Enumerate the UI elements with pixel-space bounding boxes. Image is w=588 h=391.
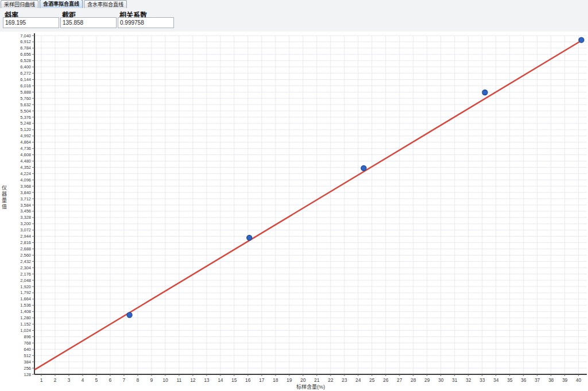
x-tick-label: 17	[259, 377, 265, 383]
tab-sampling-regression-curve[interactable]: 采样回归曲线	[1, 0, 38, 8]
y-tick-label: 1,408	[20, 309, 31, 314]
y-tick-label: 3,840	[20, 190, 31, 195]
x-tick-label: 21	[314, 377, 320, 383]
x-tick-label: 39	[562, 377, 568, 383]
y-tick-label: 1,152	[20, 322, 31, 327]
tab-water-content-fit-line[interactable]: 含水率拟合直线	[84, 0, 127, 8]
y-tick-label: 6,656	[20, 52, 31, 57]
y-tick-label: 2,688	[20, 246, 31, 251]
x-tick-label: 37	[535, 377, 540, 383]
correlation-field[interactable]	[118, 17, 174, 28]
y-tick-label: 1,792	[20, 290, 31, 295]
data-point[interactable]	[127, 312, 132, 318]
x-tick-label: 38	[548, 377, 554, 383]
y-tick-label: 1,536	[20, 303, 31, 308]
slope-field[interactable]	[3, 17, 59, 28]
y-tick-label: 3,072	[20, 227, 31, 233]
y-tick-label: 256	[24, 366, 31, 371]
x-tick-label: 25	[369, 377, 375, 383]
x-tick-label: 2	[54, 377, 57, 383]
y-tick-label: 6,528	[20, 58, 31, 63]
y-tick-label: 5,504	[20, 109, 31, 114]
y-tick-label: 3,456	[20, 208, 31, 214]
y-tick-label: 5,760	[20, 96, 31, 101]
x-tick-label: 13	[204, 377, 210, 383]
y-tick-label: 4,224	[20, 171, 31, 176]
x-axis-title: 标样含量(%)	[34, 383, 587, 390]
y-tick-label: 4,608	[20, 152, 31, 157]
y-tick-label: 1,024	[20, 328, 31, 333]
y-tick-label: 512	[24, 353, 31, 358]
y-tick-label: 4,736	[20, 146, 31, 151]
x-tick-label: 40	[576, 377, 582, 383]
x-tick-label: 8	[137, 377, 140, 383]
y-tick-label: 7,040	[20, 33, 31, 38]
y-tick-label: 3,328	[20, 215, 31, 220]
y-tick-label: 1,664	[20, 296, 31, 301]
x-tick-label: 7	[123, 377, 126, 383]
y-tick-label: 2,432	[20, 259, 31, 264]
x-tick-label: 6	[109, 377, 112, 383]
y-tick-label: 4,864	[20, 140, 31, 145]
y-tick-label: 6,784	[20, 45, 31, 51]
x-tick-label: 28	[411, 377, 416, 383]
y-tick-label: 5,888	[20, 90, 31, 95]
y-tick-label: 4,992	[20, 133, 31, 138]
intercept-field[interactable]	[60, 17, 117, 28]
y-tick-label: 2,944	[20, 234, 31, 239]
y-tick-label: 2,048	[20, 278, 31, 283]
y-tick-label: 6,912	[20, 39, 31, 44]
y-tick-label: 4,352	[20, 165, 31, 170]
x-tick-label: 10	[163, 377, 168, 383]
data-point[interactable]	[482, 90, 488, 95]
y-tick-label: 128	[24, 372, 31, 377]
x-tick-label: 15	[231, 377, 237, 383]
y-tick-label: 6,272	[20, 71, 31, 76]
y-tick-label: 5,376	[20, 115, 31, 120]
x-tick-label: 14	[218, 377, 223, 383]
x-tick-label: 29	[424, 377, 430, 383]
data-point[interactable]	[247, 235, 252, 241]
data-point[interactable]	[361, 165, 366, 171]
y-tick-label: 640	[24, 347, 31, 352]
y-tick-label: 2,816	[20, 240, 31, 245]
y-tick-label: 3,968	[20, 184, 31, 189]
x-tick-label: 18	[273, 377, 278, 383]
x-tick-label: 4	[82, 377, 84, 383]
header-panel: 采样回归曲线 含酒率拟合直线 含水率拟合直线 斜率 截距 相关系数	[0, 0, 588, 32]
y-tick-label: 6,016	[20, 83, 31, 88]
y-tick-label: 5,120	[20, 127, 31, 132]
x-tick-label: 27	[397, 377, 403, 383]
y-tick-label: 5,632	[20, 102, 31, 107]
x-tick-label: 34	[493, 377, 499, 383]
x-tick-label: 23	[342, 377, 347, 383]
y-tick-label: 2,304	[20, 265, 31, 270]
y-tick-label: 3,584	[20, 203, 31, 208]
data-point[interactable]	[579, 37, 584, 42]
x-tick-label: 19	[287, 377, 292, 383]
x-tick-label: 33	[479, 377, 485, 383]
x-tick-label: 24	[355, 377, 361, 383]
y-tick-label: 3,712	[20, 196, 31, 202]
tab-alcohol-content-fit-line[interactable]: 含酒率拟合直线	[40, 0, 83, 8]
y-tick-label: 1,280	[20, 315, 31, 320]
x-tick-label: 31	[452, 377, 458, 383]
y-tick-label: 2,560	[20, 253, 31, 258]
y-axis-title: 仪器量值	[1, 185, 8, 210]
y-tick-label: 5,248	[20, 121, 31, 126]
tab-strip: 采样回归曲线 含酒率拟合直线 含水率拟合直线	[1, 0, 128, 8]
y-tick-label: 4,480	[20, 158, 31, 164]
y-tick-label: 384	[24, 359, 31, 365]
y-tick-label: 4,096	[20, 177, 31, 183]
x-tick-label: 16	[245, 377, 251, 383]
x-tick-label: 35	[507, 377, 513, 383]
x-tick-label: 32	[466, 377, 471, 383]
y-tick-label: 6,144	[20, 77, 31, 82]
app-window: 采样回归曲线 含酒率拟合直线 含水率拟合直线 斜率 截距 相关系数 128256…	[0, 0, 588, 391]
calibration-chart: 1282563845126407688961,0241,1521,2801,40…	[0, 32, 588, 391]
x-tick-label: 20	[300, 377, 306, 383]
y-tick-label: 2,176	[20, 272, 31, 277]
x-tick-label: 36	[521, 377, 527, 383]
y-tick-label: 6,400	[20, 64, 31, 69]
x-tick-label: 5	[95, 377, 98, 383]
